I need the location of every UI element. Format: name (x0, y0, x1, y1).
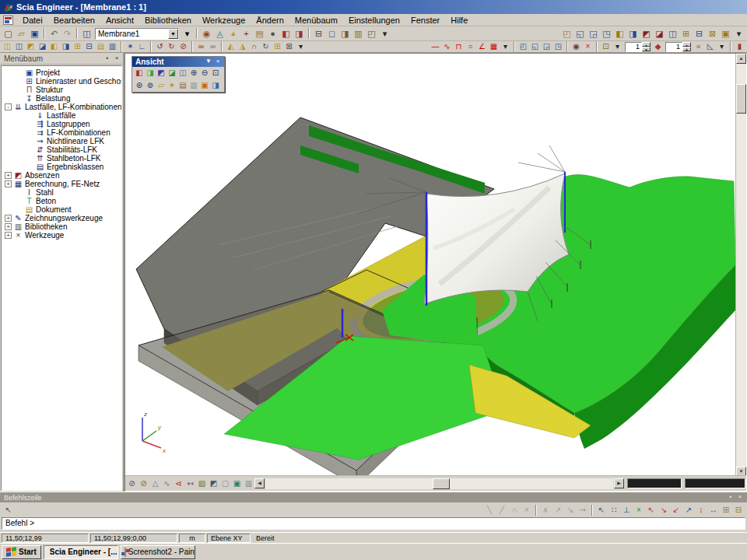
pointer-icon[interactable]: ↖ (2, 504, 15, 516)
task-scia[interactable]: Scia Engineer - [... (44, 545, 118, 559)
open-icon[interactable]: ▱ (15, 27, 28, 40)
clip-box-icon[interactable]: ▣ (199, 80, 210, 91)
tree-item-absenzen[interactable]: + ◩ Absenzen (2, 171, 121, 180)
windows-dropdown-icon[interactable]: ▾ (732, 27, 745, 40)
print-icon[interactable]: ⊟ (312, 27, 325, 40)
menu-bibliotheken[interactable]: Bibliotheken (139, 15, 197, 26)
copy-icon-2[interactable]: ◮ (237, 42, 248, 52)
save-icon[interactable]: ▣ (28, 27, 41, 40)
tree-expander-icon[interactable]: + (5, 232, 12, 239)
close-icon[interactable]: × (213, 58, 223, 66)
viewport[interactable]: z y x Ansicht ▼ × ◧ ◨ ◩ (124, 53, 747, 492)
view-window-icon-10[interactable]: ⊞ (679, 27, 693, 40)
print-preview-icon[interactable]: ◻ (325, 27, 338, 40)
snap-arc-icon[interactable]: ∩ (508, 504, 521, 516)
material-icon[interactable]: ◕ (226, 27, 240, 40)
snap-save-icon[interactable]: ⊟ (732, 504, 745, 516)
tangent-snap-icon[interactable]: ↗ (682, 504, 695, 516)
truss-icon[interactable]: △ (149, 478, 161, 489)
snap-line-icon[interactable]: ╲ (483, 504, 496, 516)
scroll-right-icon[interactable]: ▶ (614, 478, 624, 488)
view-window-icon-4[interactable]: ◳ (600, 27, 613, 40)
rotate-icon[interactable]: ↻ (260, 42, 272, 52)
tree-item-ergebnisklassen[interactable]: ▤ Ergebnisklassen (2, 163, 121, 171)
tree-item-stabilitaets-lfk[interactable]: ⇵ Stabilitäts-LFK (2, 145, 121, 154)
view-window-icon-5[interactable]: ◧ (613, 27, 626, 40)
selection-icon-5[interactable]: ◧ (48, 42, 60, 52)
pin-icon[interactable]: ▪ (103, 54, 112, 63)
selection-icon-6[interactable]: ◨ (60, 42, 72, 52)
copy-icon-1[interactable]: ◭ (225, 42, 237, 52)
redo-icon[interactable]: ↷ (61, 27, 74, 40)
ansicht-toolbar-header[interactable]: Ansicht ▼ × (132, 57, 224, 67)
horizontal-scrollbar[interactable] (265, 478, 613, 489)
selection-icon-2[interactable]: ◫ (13, 42, 25, 52)
view-side-icon[interactable]: ◨ (145, 68, 156, 79)
task-paint[interactable]: Screenshot2 - Paint (121, 545, 195, 559)
eye-icon[interactable]: ◉ (570, 42, 582, 52)
draw-dropdown-icon[interactable]: ▾ (500, 42, 511, 52)
layers-icon[interactable]: ◫ (80, 27, 93, 40)
zoom-selection-icon[interactable]: ✶ (124, 42, 136, 52)
zoom-all-icon[interactable]: ⊛ (134, 80, 145, 91)
clipboard-icon-3[interactable]: ◲ (541, 42, 552, 52)
plane-field[interactable]: Ebene XY (207, 534, 251, 543)
selection-icon-3[interactable]: ◩ (25, 42, 37, 52)
document-icon[interactable]: ▥ (352, 27, 365, 40)
spin-down-icon[interactable]: ▾ (642, 47, 651, 51)
lasso-icon-3[interactable]: ⊘ (177, 42, 189, 52)
model-box-icon[interactable]: ◬ (213, 27, 226, 40)
close-icon[interactable]: × (735, 493, 745, 502)
tree-item-struktur[interactable]: Π Struktur (2, 86, 121, 94)
menu-einstellungen[interactable]: Einstellungen (343, 15, 405, 26)
trim-icon[interactable]: ⊠ (283, 42, 295, 52)
section-icon[interactable]: ↤ (184, 478, 196, 489)
snap-node-icon[interactable]: ∧ (539, 504, 552, 516)
tree-expander-icon[interactable]: + (5, 215, 12, 222)
new-icon[interactable]: ▢ (2, 27, 15, 40)
light-icon[interactable]: ✶ (167, 80, 177, 91)
view-window-icon-7[interactable]: ◩ (640, 27, 653, 40)
output-dropdown-icon[interactable]: ▾ (378, 27, 391, 40)
ansicht-toolbar[interactable]: Ansicht ▼ × ◧ ◨ ◩ ◪ ◫ ⊕ (132, 56, 225, 93)
grid-snap-icon[interactable]: ∷ (608, 504, 620, 516)
panel-red2-icon[interactable]: ◨ (293, 27, 306, 40)
scroll-up-icon[interactable]: ▲ (736, 54, 746, 64)
render-settings-icon[interactable]: ◨ (210, 80, 221, 91)
tree-item-lastfaelle-lfk[interactable]: - ⇊ Lastfälle, LF-Kombinationen (2, 103, 121, 111)
cursor-snap-icon[interactable]: ↖ (595, 504, 608, 516)
lasso-icon-2[interactable]: ↻ (166, 42, 177, 52)
axo-dropdown-icon[interactable]: ▾ (716, 42, 728, 52)
notebook-icon[interactable]: ▤ (253, 27, 266, 40)
scroll-left-icon[interactable]: ◀ (254, 478, 265, 488)
link-icon-1[interactable]: ∞ (195, 42, 207, 52)
mdi-child-icon[interactable] (3, 16, 13, 25)
zoom-in-icon[interactable]: ⊕ (188, 68, 199, 79)
axo-icon[interactable]: ◺ (704, 42, 716, 52)
unit-field[interactable]: m (179, 534, 205, 543)
snap-curve-icon[interactable]: ⇝ (577, 504, 589, 516)
title-bar[interactable]: Scia Engineer - [Membrane1 : 1] (0, 0, 747, 14)
undo-icon[interactable]: ↶ (47, 27, 61, 40)
new-view-icon[interactable]: ⊡ (600, 42, 612, 52)
command-input[interactable]: Befehl > (2, 517, 745, 530)
tree-item-zeichnungswerkzeuge[interactable]: + ✎ Zeichnungswerkzeuge (2, 214, 121, 222)
selection-icon-4[interactable]: ◪ (37, 42, 48, 52)
tree-item-bibliotheken[interactable]: + ▥ Bibliotheken (2, 222, 121, 231)
clipboard-icon-4[interactable]: ◳ (552, 42, 564, 52)
view-window-icon-13[interactable]: ▣ (719, 27, 732, 40)
combo-dropdown-icon[interactable]: ▼ (168, 29, 178, 39)
clipboard-icon-1[interactable]: ◰ (517, 42, 529, 52)
clip-edge-icon[interactable]: ▮ (734, 42, 745, 52)
pin-icon[interactable]: ▪ (726, 493, 735, 502)
view-window-icon-8[interactable]: ◪ (653, 27, 666, 40)
view-top-icon[interactable]: ◩ (156, 68, 167, 79)
menu-datei[interactable]: Datei (17, 15, 48, 26)
tree-item-projekt[interactable]: ▣ Projekt (2, 68, 121, 77)
endpoint-snap-icon[interactable]: ↖ (645, 504, 658, 516)
tree-expander-icon[interactable]: + (5, 223, 12, 230)
select-mode-icon[interactable]: ⊘ (126, 478, 138, 489)
tree-item-belastung[interactable]: ↧ Belastung (2, 94, 121, 103)
load-spinner[interactable]: 1 ▴▾ (665, 42, 691, 52)
tree-item-lastfaelle[interactable]: ⇓ Lastfälle (2, 111, 121, 120)
